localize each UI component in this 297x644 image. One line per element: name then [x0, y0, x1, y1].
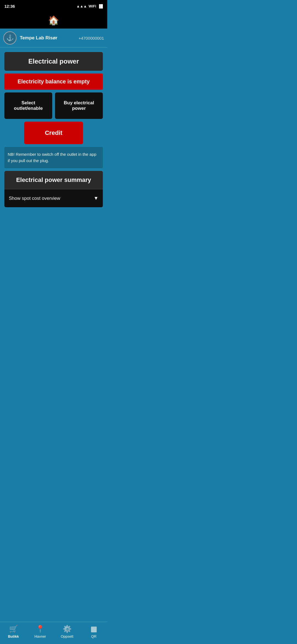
home-bar[interactable]: 🏠 — [0, 12, 107, 29]
dropdown-label: Show spot cost overview — [9, 196, 60, 201]
wifi-icon: WiFi — [89, 4, 96, 8]
summary-header: Electrical power summary — [4, 171, 103, 189]
action-buttons-row: Select outlet/enable Buy electrical powe… — [4, 92, 103, 119]
credit-button[interactable]: Credit — [24, 122, 83, 144]
status-bar: 12:36 ▲▲▲ WiFi ▐█ — [0, 0, 107, 12]
chevron-down-icon: ▼ — [94, 195, 98, 201]
signal-icon: ▲▲▲ — [76, 4, 87, 8]
summary-section: Electrical power summary Show spot cost … — [4, 171, 103, 207]
main-content: Electrical power Electricity balance is … — [0, 48, 107, 212]
electrical-power-header: Electrical power — [4, 52, 103, 71]
avatar: ⚓ — [3, 31, 16, 45]
profile-number: +4700000001 — [79, 36, 104, 40]
electrical-power-title: Electrical power — [28, 58, 79, 65]
spot-cost-dropdown[interactable]: Show spot cost overview ▼ — [4, 189, 103, 207]
credit-section: Credit — [4, 122, 103, 144]
profile-bar: ⚓ Tempe Lab Risør +4700000001 — [0, 29, 107, 48]
time-display: 12:36 — [4, 4, 15, 9]
bottom-padding — [0, 212, 107, 236]
status-icons: ▲▲▲ WiFi ▐█ — [76, 4, 103, 8]
home-icon: 🏠 — [48, 15, 59, 26]
select-outlet-button[interactable]: Select outlet/enable — [4, 92, 52, 119]
balance-alert: Electricity balance is empty — [4, 73, 103, 90]
note-box: NB! Remember to switch off the outlet in… — [4, 147, 103, 168]
alert-text: Electricity balance is empty — [18, 78, 90, 84]
summary-title: Electrical power summary — [16, 176, 91, 183]
profile-name: Tempe Lab Risør — [20, 35, 75, 41]
buy-electrical-power-button[interactable]: Buy electrical power — [55, 92, 103, 119]
note-text: NB! Remember to switch off the outlet in… — [8, 151, 100, 164]
battery-icon: ▐█ — [98, 4, 103, 8]
anchor-icon: ⚓ — [6, 34, 14, 42]
